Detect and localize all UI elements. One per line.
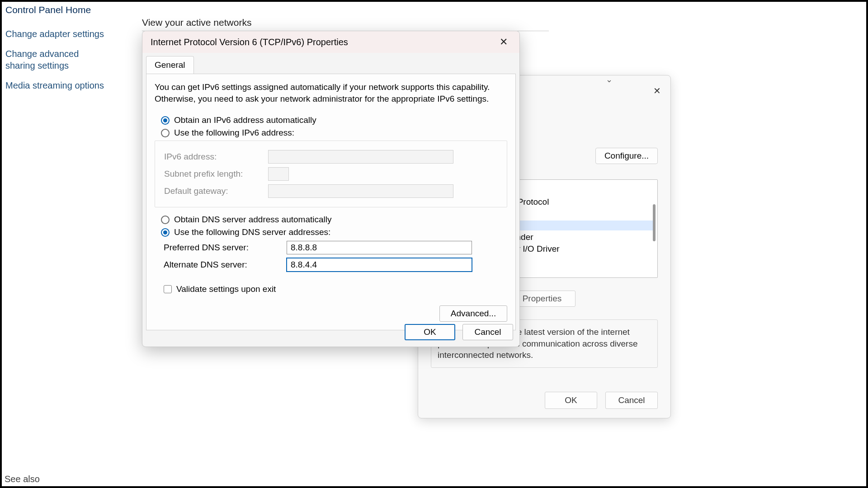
radio-dns-auto[interactable]: Obtain DNS server address automatically [161, 215, 507, 225]
info-text: You can get IPv6 settings assigned autom… [155, 81, 507, 104]
cp-link-media[interactable]: Media streaming options [5, 80, 109, 91]
configure-button[interactable]: Configure... [595, 148, 658, 164]
radio-icon[interactable] [161, 228, 170, 237]
dialog-titlebar: Internet Protocol Version 6 (TCP/IPv6) P… [142, 31, 519, 53]
close-icon[interactable]: ✕ [651, 84, 663, 97]
cp-home-link[interactable]: Control Panel Home [5, 5, 109, 15]
validate-label: Validate settings upon exit [176, 284, 276, 294]
radio-icon[interactable] [161, 216, 170, 224]
preferred-dns-input[interactable] [287, 241, 472, 254]
dialog-title: Internet Protocol Version 6 (TCP/IPv6) P… [151, 37, 348, 47]
radio-label: Obtain DNS server address automatically [174, 215, 331, 225]
radio-label: Obtain an IPv6 address automatically [174, 115, 316, 125]
dropdown-chevron-icon[interactable]: ⌄ [606, 75, 613, 84]
prefix-length-label: Subnet prefix length: [164, 169, 259, 179]
radio-dns-manual[interactable]: Use the following DNS server addresses: [161, 227, 507, 237]
checkbox-icon[interactable] [164, 285, 172, 293]
default-gateway-label: Default gateway: [164, 186, 259, 196]
ipv6-properties-dialog: Internet Protocol Version 6 (TCP/IPv6) P… [142, 31, 520, 347]
preferred-dns-label: Preferred DNS server: [164, 243, 278, 253]
radio-label: Use the following IPv6 address: [174, 128, 294, 138]
cancel-button[interactable]: Cancel [605, 392, 658, 409]
prefix-length-input [268, 167, 289, 181]
radio-icon[interactable] [161, 116, 170, 125]
cp-main: View your active networks [142, 17, 549, 31]
radio-ipv6-manual[interactable]: Use the following IPv6 address: [161, 128, 507, 138]
ipv6-address-label: IPv6 address: [164, 152, 259, 162]
active-networks-heading: View your active networks [142, 17, 549, 28]
advanced-button[interactable]: Advanced... [439, 305, 507, 322]
scrollbar-thumb[interactable] [653, 204, 656, 241]
ok-button[interactable]: OK [545, 392, 597, 409]
ipv6-address-input [268, 150, 453, 164]
default-gateway-input [268, 184, 453, 198]
alternate-dns-input[interactable] [287, 258, 472, 272]
cp-link-sharing[interactable]: Change advanced sharing settings [5, 48, 109, 71]
tab-strip: General [142, 53, 519, 74]
radio-label: Use the following DNS server addresses: [174, 227, 330, 237]
general-panel: You can get IPv6 settings assigned autom… [146, 74, 516, 330]
cancel-button[interactable]: Cancel [462, 324, 513, 340]
ok-button[interactable]: OK [405, 324, 455, 340]
radio-ipv6-auto[interactable]: Obtain an IPv6 address automatically [161, 115, 507, 125]
close-icon[interactable]: ✕ [496, 34, 511, 50]
validate-checkbox-row[interactable]: Validate settings upon exit [164, 284, 507, 294]
radio-icon[interactable] [161, 129, 170, 137]
ipv6-address-group: IPv6 address: Subnet prefix length: Defa… [155, 141, 507, 207]
cp-sidebar: Control Panel Home Change adapter settin… [5, 5, 109, 99]
cp-link-adapter[interactable]: Change adapter settings [5, 28, 109, 40]
alternate-dns-label: Alternate DNS server: [164, 260, 278, 270]
tab-general[interactable]: General [146, 56, 194, 74]
see-also-label: See also [5, 474, 40, 484]
